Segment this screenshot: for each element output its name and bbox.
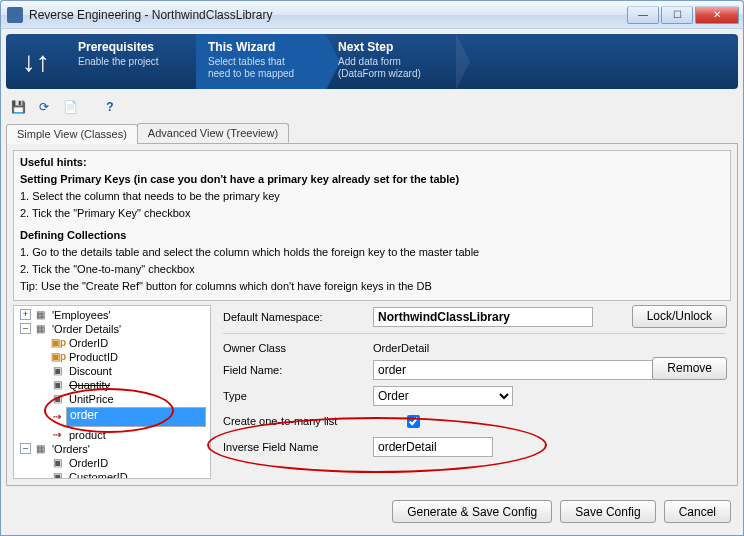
wizard-step-desc: Add data form (DataForm wizard) <box>338 56 438 80</box>
hints-coll-1: 1. Go to the details table and select th… <box>20 245 724 260</box>
one-to-many-label: Create one-to-many list <box>223 415 403 427</box>
lock-unlock-button[interactable]: Lock/Unlock <box>632 305 727 328</box>
column-icon: ▣ <box>51 379 63 390</box>
hints-pk-title: Setting Primary Keys (in case you don't … <box>20 173 459 185</box>
field-name-label: Field Name: <box>223 364 373 376</box>
reference-icon: ⇢ <box>51 429 63 440</box>
tab-content: Useful hints: Setting Primary Keys (in c… <box>6 144 738 486</box>
wizard-step-title: Prerequisites <box>78 40 178 54</box>
wizard-step-title: This Wizard <box>208 40 308 54</box>
table-icon: ▦ <box>34 309 46 320</box>
tab-simple-view[interactable]: Simple View (Classes) <box>6 124 138 144</box>
reference-icon: ⇢ <box>51 411 63 422</box>
app-icon <box>7 7 23 23</box>
pk-icon: ▣p <box>51 337 63 348</box>
tab-strip: Simple View (Classes) Advanced View (Tre… <box>6 123 738 144</box>
one-to-many-checkbox[interactable] <box>407 415 420 428</box>
owner-class-label: Owner Class <box>223 342 373 354</box>
expand-icon[interactable]: + <box>20 309 31 320</box>
field-name-input[interactable] <box>373 360 673 380</box>
column-icon: ▣ <box>51 457 63 468</box>
wizard-step-next[interactable]: Next Step Add data form (DataForm wizard… <box>326 34 456 89</box>
toolbar: 💾 ⟳ 📄 ? <box>6 95 738 119</box>
wizard-step-this[interactable]: This Wizard Select tables that need to b… <box>196 34 326 89</box>
tree-node-orderid[interactable]: ▣pOrderID <box>16 336 208 350</box>
window-title: Reverse Engineering - NorthwindClassLibr… <box>29 8 627 22</box>
collapse-icon[interactable]: – <box>20 323 31 334</box>
tree-node-product[interactable]: ⇢product <box>16 428 208 442</box>
save-config-button[interactable]: Save Config <box>560 500 655 523</box>
schema-tree[interactable]: + ▦ 'Employees' – ▦ 'Order Details' ▣pOr… <box>13 305 211 479</box>
minimize-button[interactable]: — <box>627 6 659 24</box>
hints-coll-title: Defining Collections <box>20 229 126 241</box>
column-icon: ▣ <box>51 365 63 376</box>
save-icon[interactable]: 💾 <box>8 97 28 117</box>
wizard-logo-icon: ↓↑ <box>6 34 66 89</box>
tree-node-order-details[interactable]: – ▦ 'Order Details' <box>16 322 208 336</box>
inverse-field-label: Inverse Field Name <box>223 441 373 453</box>
hints-panel: Useful hints: Setting Primary Keys (in c… <box>13 150 731 301</box>
type-label: Type <box>223 390 373 402</box>
column-icon: ▣ <box>51 471 63 479</box>
column-icon: ▣ <box>51 393 63 404</box>
generate-save-config-button[interactable]: Generate & Save Config <box>392 500 552 523</box>
table-icon: ▦ <box>34 323 46 334</box>
tree-node-orders-orderid[interactable]: ▣OrderID <box>16 456 208 470</box>
pk-icon: ▣p <box>51 351 63 362</box>
client-area: ↓↑ Prerequisites Enable the project This… <box>0 28 744 536</box>
close-button[interactable]: ✕ <box>695 6 739 24</box>
table-icon: ▦ <box>34 443 46 454</box>
hints-pk-1: 1. Select the column that needs to be th… <box>20 189 724 204</box>
default-namespace-input[interactable] <box>373 307 593 327</box>
cancel-button[interactable]: Cancel <box>664 500 731 523</box>
tree-node-productid[interactable]: ▣pProductID <box>16 350 208 364</box>
default-namespace-label: Default Namespace: <box>223 311 373 323</box>
maximize-button[interactable]: ☐ <box>661 6 693 24</box>
wizard-step-prerequisites[interactable]: Prerequisites Enable the project <box>66 34 196 89</box>
tree-node-orders[interactable]: – ▦ 'Orders' <box>16 442 208 456</box>
window-titlebar: Reverse Engineering - NorthwindClassLibr… <box>0 0 744 28</box>
help-icon[interactable]: ? <box>100 97 120 117</box>
inverse-field-input[interactable] <box>373 437 493 457</box>
owner-class-value: OrderDetail <box>373 342 429 354</box>
wizard-step-desc: Select tables that need to be mapped <box>208 56 308 80</box>
refresh-icon[interactable]: ⟳ <box>34 97 54 117</box>
hints-coll-3: Tip: Use the "Create Ref" button for col… <box>20 279 724 294</box>
wizard-banner: ↓↑ Prerequisites Enable the project This… <box>6 34 738 89</box>
wizard-step-desc: Enable the project <box>78 56 178 68</box>
wizard-step-title: Next Step <box>338 40 438 54</box>
tab-advanced-view[interactable]: Advanced View (Treeview) <box>137 123 289 143</box>
tree-node-orders-customerid[interactable]: ▣CustomerID <box>16 470 208 479</box>
tree-node-unitprice[interactable]: ▣UnitPrice <box>16 392 208 406</box>
hints-pk-2: 2. Tick the "Primary Key" checkbox <box>20 206 724 221</box>
hints-title: Useful hints: <box>20 155 724 170</box>
collapse-icon[interactable]: – <box>20 443 31 454</box>
properties-form: Default Namespace: Lock/Unlock Owner Cla… <box>217 305 731 479</box>
document-icon[interactable]: 📄 <box>60 97 80 117</box>
tree-node-order[interactable]: ⇢order <box>16 406 208 428</box>
tree-node-quantity[interactable]: ▣Quantity <box>16 378 208 392</box>
tree-node-employees[interactable]: + ▦ 'Employees' <box>16 308 208 322</box>
tree-node-discount[interactable]: ▣Discount <box>16 364 208 378</box>
dialog-footer: Generate & Save Config Save Config Cance… <box>392 500 731 523</box>
remove-button[interactable]: Remove <box>652 357 727 380</box>
type-select[interactable]: Order <box>373 386 513 406</box>
hints-coll-2: 2. Tick the "One-to-many" checkbox <box>20 262 724 277</box>
